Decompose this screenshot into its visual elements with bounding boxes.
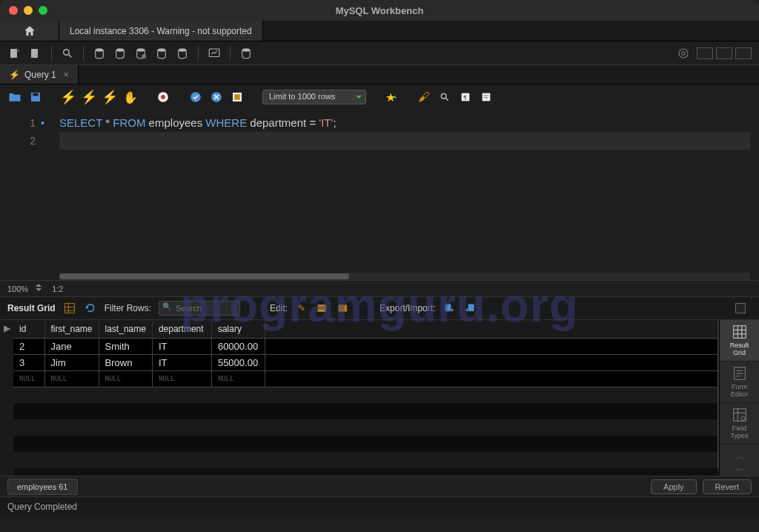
db-icon-3[interactable] <box>133 46 148 61</box>
explain-icon[interactable]: ⚡ <box>102 90 117 104</box>
filter-rows-input[interactable] <box>159 301 240 316</box>
query-tab-1[interactable]: ⚡ Query 1 × <box>0 65 79 84</box>
dashboard-icon[interactable] <box>207 46 222 61</box>
execute-cursor-icon[interactable]: ⚡ <box>82 90 96 104</box>
svg-point-13 <box>679 49 688 58</box>
home-icon <box>23 24 36 38</box>
noexec-icon[interactable] <box>156 90 170 104</box>
result-toolbar: Result Grid Filter Rows: Edit: ✎ + − Exp… <box>0 296 759 320</box>
edit-label: Edit: <box>270 303 288 313</box>
svg-rect-22 <box>234 94 240 100</box>
svg-point-19 <box>190 92 201 102</box>
result-grid[interactable]: id first_name last_name department salar… <box>13 320 719 476</box>
beautify-icon[interactable]: 🖌 <box>417 90 431 104</box>
query-tabs: ⚡ Query 1 × <box>0 65 759 84</box>
query-toolbar: ⚡ ⚡ ⚡ ✋ Limit to 1000 rows ★+ 🖌 ¶ <box>0 84 759 110</box>
favorite-icon[interactable]: ★+ <box>384 90 399 104</box>
svg-rect-33 <box>468 304 474 311</box>
limit-rows-dropdown[interactable]: Limit to 1000 rows <box>262 90 366 104</box>
reconnect-icon[interactable] <box>239 46 253 61</box>
grid-icon <box>732 324 748 340</box>
revert-button[interactable]: Revert <box>703 479 752 494</box>
side-tab-field-types[interactable]: Field Types <box>720 403 759 445</box>
inspector-icon[interactable] <box>60 46 75 61</box>
bolt-icon: ⚡ <box>9 70 20 80</box>
line-gutter: 1 2 <box>0 110 43 150</box>
column-header-first-name[interactable]: first_name <box>44 320 99 338</box>
rollback-icon[interactable] <box>209 90 224 104</box>
cursor-position: 1:2 <box>52 285 63 293</box>
invisible-chars-icon[interactable]: ¶ <box>458 90 473 104</box>
query-tab-label: Query 1 <box>24 70 56 80</box>
svg-rect-27 <box>64 304 74 313</box>
home-tab[interactable] <box>0 21 59 41</box>
commit-icon[interactable] <box>188 90 203 104</box>
close-icon[interactable]: × <box>64 70 69 80</box>
import-icon[interactable] <box>463 302 477 315</box>
autocommit-icon[interactable] <box>230 90 245 104</box>
settings-gear-icon[interactable] <box>676 46 691 61</box>
column-header-id[interactable]: id <box>13 320 44 338</box>
svg-point-7 <box>137 48 145 52</box>
collapse-arrow-icon[interactable]: ▶ <box>0 320 13 476</box>
save-icon[interactable] <box>28 90 43 104</box>
column-header-pad <box>265 320 717 338</box>
sql-code[interactable]: SELECT * FROM employees WHERE department… <box>59 114 752 132</box>
stop-icon[interactable]: ✋ <box>123 90 138 104</box>
edit-row-icon[interactable]: ✎ <box>295 302 308 315</box>
status-bar: Query Completed <box>0 496 759 516</box>
column-header-salary[interactable]: salary <box>211 320 265 338</box>
table-null-row[interactable]: NULLNULLNULLNULLNULL <box>13 370 718 387</box>
execute-icon[interactable]: ⚡ <box>61 90 76 104</box>
form-icon <box>732 365 748 382</box>
svg-point-4 <box>96 48 104 52</box>
editor-horizontal-scrollbar[interactable] <box>59 273 750 280</box>
result-set-tab[interactable]: employees 61 <box>7 479 78 495</box>
grid-view-icon[interactable] <box>63 302 76 315</box>
export-icon[interactable] <box>443 302 456 315</box>
svg-point-12 <box>242 48 251 52</box>
sql-editor[interactable]: 1 2 SELECT * FROM employees WHERE depart… <box>0 110 759 280</box>
result-grid-area: ▶ id first_name last_name department sal… <box>0 320 759 476</box>
wrap-icon[interactable] <box>479 90 494 104</box>
open-file-icon[interactable] <box>7 90 22 104</box>
add-row-icon[interactable]: + <box>316 302 329 315</box>
chevron-up-icon: ︿ <box>735 450 744 463</box>
db-icon-4[interactable] <box>154 46 169 61</box>
svg-rect-8 <box>142 54 146 58</box>
db-icon-2[interactable]: + <box>113 46 127 61</box>
svg-rect-16 <box>33 93 39 96</box>
result-side-tabs: Result Grid Form Editor Field Types ︿ ﹀ <box>719 320 759 476</box>
panel-toggle-bottom[interactable] <box>716 47 732 59</box>
column-header-department[interactable]: department <box>152 320 211 338</box>
export-import-label: Export/Import: <box>380 303 435 313</box>
db-icon-1[interactable] <box>92 46 107 61</box>
delete-row-icon[interactable]: − <box>337 302 350 315</box>
svg-point-14 <box>682 51 686 55</box>
window-zoom-button[interactable] <box>39 6 47 15</box>
column-header-last-name[interactable]: last_name <box>99 320 152 338</box>
svg-text:+: + <box>16 47 20 53</box>
find-icon[interactable] <box>437 90 452 104</box>
new-sql-tab-icon[interactable]: + <box>7 46 22 61</box>
side-tab-result-grid[interactable]: Result Grid <box>720 320 759 362</box>
svg-rect-34 <box>733 326 746 339</box>
field-types-icon <box>732 407 748 423</box>
window-close-button[interactable] <box>9 6 18 15</box>
table-row[interactable]: 3JimBrownIT55000.00 <box>13 354 718 370</box>
side-tab-scroll-arrows[interactable]: ︿ ﹀ <box>720 445 759 477</box>
side-tab-form-editor[interactable]: Form Editor <box>720 362 759 403</box>
connection-tabbar: Local instance 3306 - Warning - not supp… <box>0 21 759 41</box>
panel-toggle-right[interactable] <box>735 47 752 59</box>
panel-toggle-left[interactable] <box>697 47 713 59</box>
apply-button[interactable]: Apply <box>651 479 697 494</box>
result-grid-label: Result Grid <box>7 303 56 313</box>
window-minimize-button[interactable] <box>24 6 33 15</box>
table-row[interactable]: 2JaneSmithIT60000.00 <box>13 338 718 354</box>
open-sql-file-icon[interactable] <box>28 46 43 61</box>
zoom-stepper[interactable] <box>36 284 44 294</box>
wrap-cell-checkbox[interactable] <box>735 303 746 313</box>
refresh-icon[interactable] <box>84 302 97 315</box>
connection-tab[interactable]: Local instance 3306 - Warning - not supp… <box>59 21 263 41</box>
db-icon-5[interactable] <box>175 46 190 61</box>
